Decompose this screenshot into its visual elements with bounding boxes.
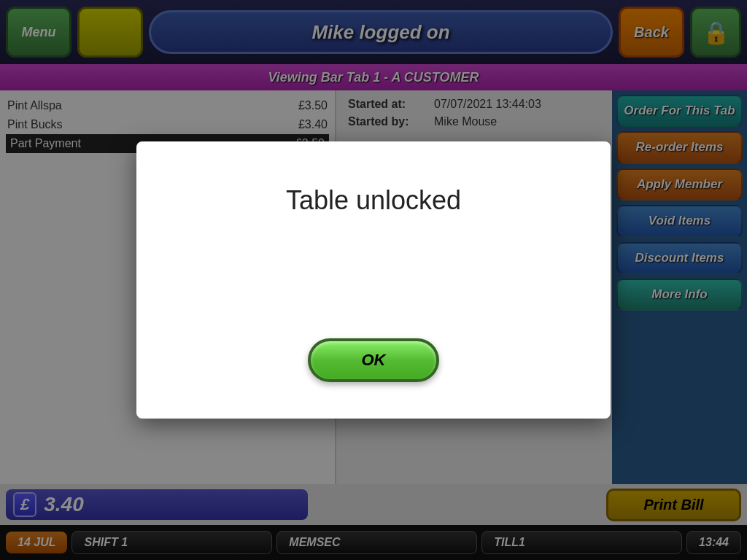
ok-button[interactable]: OK — [308, 338, 439, 382]
modal-box: Table unlocked OK — [136, 141, 611, 419]
modal-overlay: Table unlocked OK — [0, 0, 747, 560]
modal-message: Table unlocked — [286, 185, 461, 216]
